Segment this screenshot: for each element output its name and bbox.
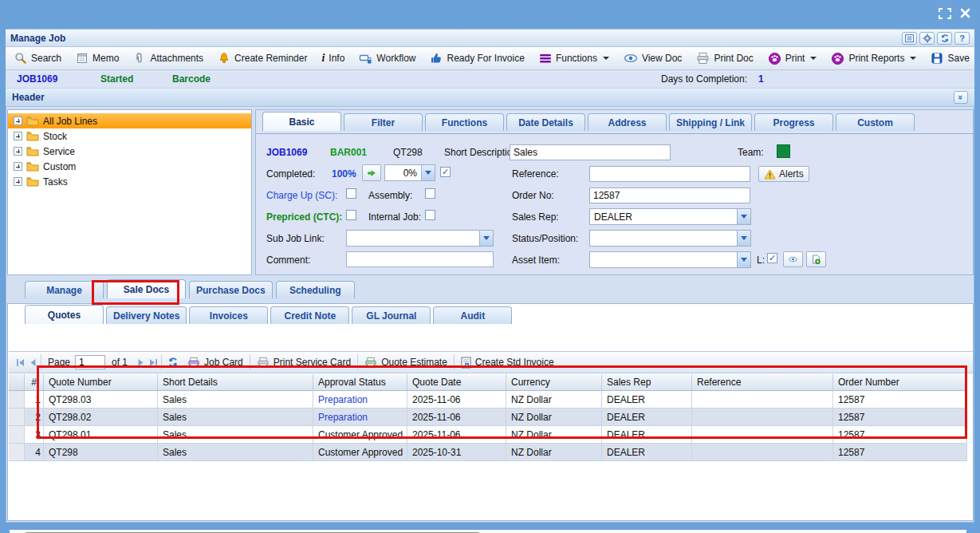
tab-quotes[interactable]: Quotes	[25, 305, 104, 324]
cell-order-number[interactable]: 12587	[833, 409, 967, 426]
workflow-button[interactable]: Workflow	[353, 50, 421, 67]
horizontal-scrollbar[interactable]	[10, 530, 966, 533]
expand-plus-icon[interactable]	[14, 132, 22, 140]
sales-rep-dropdown[interactable]: DEALER	[589, 208, 751, 225]
column-header-approval-status[interactable]: Approval Status	[313, 374, 407, 391]
cell-currency[interactable]: NZ Dollar	[506, 409, 602, 426]
status-position-dropdown[interactable]	[589, 230, 751, 247]
column-header-quote-number[interactable]: Quote Number	[44, 374, 158, 391]
alerts-button[interactable]: Alerts	[758, 166, 809, 182]
short-description-input[interactable]	[510, 144, 671, 160]
column-header-reference[interactable]: Reference	[692, 374, 833, 391]
column-header-short-details[interactable]: Short Details	[158, 374, 313, 391]
refresh-icon[interactable]	[937, 32, 952, 45]
cell-short-details[interactable]: Sales	[158, 391, 313, 409]
functions-button[interactable]: Functions	[533, 50, 615, 66]
cell-approval-status[interactable]: Preparation	[313, 391, 407, 409]
tab-manage[interactable]: Manage	[25, 281, 104, 298]
expand-plus-icon[interactable]	[14, 162, 22, 171]
tab-custom[interactable]: Custom	[836, 113, 915, 131]
print-service-card-button[interactable]: Print Service Card	[252, 355, 356, 370]
tab-basic[interactable]: Basic	[262, 112, 341, 131]
search-button[interactable]: Search	[9, 49, 67, 67]
table-row[interactable]: 1QT298.03SalesPreparation2025-11-06NZ Do…	[9, 391, 970, 409]
tree-item-service[interactable]: Service	[8, 144, 251, 159]
percent-dropdown[interactable]: 0%	[384, 164, 435, 181]
tab-audit[interactable]: Audit	[433, 306, 512, 324]
tab-shipping-link[interactable]: Shipping / Link	[669, 113, 752, 131]
sub-job-link-dropdown[interactable]	[346, 230, 494, 247]
help-icon[interactable]: ?	[954, 32, 970, 45]
cell-quote-date[interactable]: 2025-11-06	[407, 409, 506, 426]
collapse-header-button[interactable]: »	[954, 91, 968, 104]
expand-plus-icon[interactable]	[14, 116, 22, 125]
view-doc-button[interactable]: View Doc	[618, 50, 687, 66]
column-header-quote-date[interactable]: Quote Date	[407, 374, 506, 391]
tab-address[interactable]: Address	[588, 113, 667, 131]
next-page-icon[interactable]	[134, 356, 147, 369]
cell-order-number[interactable]: 12587	[833, 444, 967, 461]
list-view-icon[interactable]	[902, 32, 917, 45]
close-window-icon[interactable]	[959, 7, 971, 19]
save-button[interactable]: Save	[925, 49, 974, 67]
cell-reference[interactable]	[692, 426, 833, 444]
fullscreen-icon[interactable]	[938, 7, 952, 20]
first-page-icon[interactable]	[14, 356, 26, 369]
cell-short-details[interactable]: Sales	[158, 409, 313, 426]
table-row[interactable]: 4QT298SalesCustomer Approved2025-10-31NZ…	[9, 444, 970, 461]
quote-estimate-button[interactable]: Quote Estimate	[360, 355, 452, 370]
barcode-link[interactable]: Barcode	[172, 73, 211, 85]
tab-functions[interactable]: Functions	[425, 113, 504, 131]
cell-order-number[interactable]: 12587	[833, 391, 967, 409]
cell-sales-rep[interactable]: DEALER	[602, 409, 692, 426]
cell-approval-status[interactable]: Customer Approved	[313, 426, 407, 444]
tree-item-tasks[interactable]: Tasks	[8, 174, 251, 189]
tree-item-custom[interactable]: Custom	[8, 159, 251, 174]
cell-quote-date[interactable]: 2025-10-31	[407, 444, 506, 461]
cell-sales-rep[interactable]: DEALER	[602, 444, 692, 461]
cell-currency[interactable]: NZ Dollar	[506, 426, 602, 444]
expand-plus-icon[interactable]	[14, 147, 22, 156]
expand-plus-icon[interactable]	[14, 177, 22, 186]
create-reminder-button[interactable]: Create Reminder	[212, 49, 313, 67]
print-button[interactable]: Print	[762, 49, 823, 68]
column-header-order-number[interactable]: Order Number	[833, 374, 967, 391]
asset-item-dropdown[interactable]	[589, 251, 751, 268]
cell-reference[interactable]	[692, 444, 833, 461]
cell-quote-number[interactable]: QT298.02	[44, 409, 158, 426]
column-header-currency[interactable]: Currency	[506, 374, 602, 391]
attachments-button[interactable]: Attachments	[128, 49, 209, 67]
tab-invoices[interactable]: Invoices	[189, 306, 268, 324]
assembly-checkbox[interactable]	[425, 188, 435, 199]
info-button[interactable]: i Info	[316, 50, 350, 66]
cell-quote-number[interactable]: QT298.03	[44, 391, 158, 409]
order-no-input[interactable]	[589, 188, 750, 203]
page-number-input[interactable]	[75, 355, 105, 369]
prev-page-icon[interactable]	[26, 356, 39, 369]
percent-checkbox[interactable]: ✓	[440, 167, 451, 177]
cell-order-number[interactable]: 12587	[833, 426, 967, 444]
ready-for-invoice-button[interactable]: Ready For Invoice	[424, 49, 529, 67]
print-reports-button[interactable]: Print Reports	[825, 49, 922, 68]
cell-approval-status[interactable]: Customer Approved	[313, 444, 407, 461]
cell-currency[interactable]: NZ Dollar	[506, 391, 602, 409]
tab-scheduling[interactable]: Scheduling	[276, 281, 355, 298]
tab-sale-docs[interactable]: Sale Docs	[107, 279, 186, 298]
cell-currency[interactable]: NZ Dollar	[506, 444, 602, 461]
gear-icon[interactable]	[919, 32, 935, 45]
tab-delivery-notes[interactable]: Delivery Notes	[106, 306, 187, 324]
cell-sales-rep[interactable]: DEALER	[602, 426, 692, 444]
cell-quote-date[interactable]: 2025-11-06	[407, 391, 506, 409]
add-asset-doc-button[interactable]	[806, 251, 826, 267]
cell-reference[interactable]	[692, 391, 833, 409]
tab-date-details[interactable]: Date Details	[506, 113, 585, 131]
cell-short-details[interactable]: Sales	[158, 426, 313, 444]
reference-input[interactable]	[589, 166, 750, 182]
tree-item-stock[interactable]: Stock	[8, 128, 251, 144]
cell-quote-number[interactable]: QT298.01	[44, 426, 158, 444]
column-header-sales-rep[interactable]: Sales Rep	[602, 374, 692, 391]
last-page-icon[interactable]	[147, 356, 159, 369]
tab-progress[interactable]: Progress	[754, 113, 833, 131]
job-card-button[interactable]: Job Card	[183, 355, 248, 370]
cell-short-details[interactable]: Sales	[158, 444, 313, 461]
